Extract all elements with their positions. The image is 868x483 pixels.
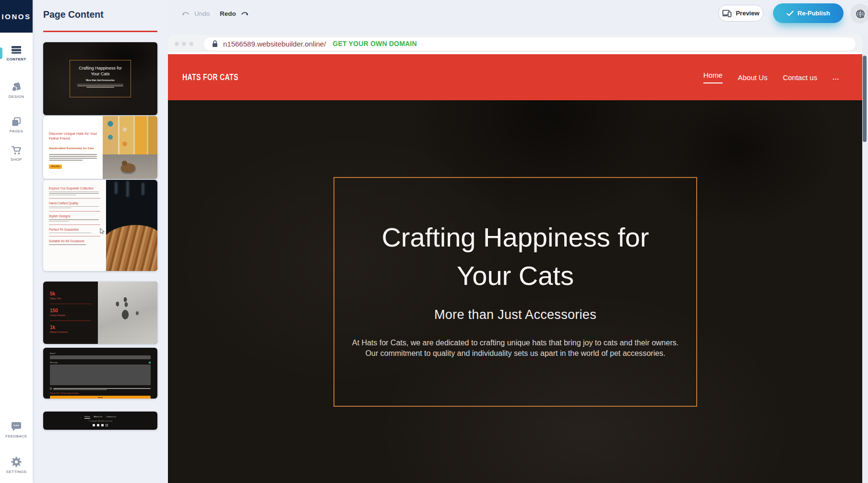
site-canvas: HATS FOR CATS Home About Us Contact us .… bbox=[168, 52, 862, 483]
thumb-hero-title: Crafting Happiness for Your Cats bbox=[70, 65, 131, 77]
thumb-hero-section[interactable]: Crafting Happiness for Your Cats More th… bbox=[43, 42, 157, 115]
sidebar-item-label: PAGES bbox=[0, 129, 33, 133]
sidebar-item-label: SETTINGS bbox=[0, 470, 33, 474]
text-line-placeholder bbox=[49, 154, 97, 161]
shop-icon bbox=[0, 144, 33, 156]
hero-subtitle: More than Just Accessories bbox=[334, 307, 696, 322]
republish-button[interactable]: Re-Publish bbox=[773, 3, 844, 23]
globe-icon bbox=[855, 9, 866, 19]
redo-button[interactable]: Redo bbox=[220, 7, 250, 20]
stat-label: Repeat Customers bbox=[50, 331, 91, 333]
settings-icon bbox=[0, 456, 33, 468]
nav-more-ellipsis[interactable]: ... bbox=[832, 74, 839, 81]
text-line-placeholder bbox=[53, 388, 151, 390]
devices-icon bbox=[722, 10, 732, 17]
footer-copyright: © Copyright. All rights reserved. bbox=[88, 420, 113, 422]
thumb-shop-now-button: Shop Now bbox=[49, 165, 62, 169]
language-globe-button[interactable] bbox=[850, 4, 868, 24]
browser-chrome-bar: n1566589.websitebuilder.online/ GET YOUR… bbox=[168, 35, 862, 52]
site-nav: Home About Us Contact us ... bbox=[703, 71, 839, 83]
thumb-features-section[interactable]: Explore Our Exquisite Collection Hand-Cr… bbox=[43, 180, 157, 271]
sidebar-item-label: DESIGN bbox=[0, 94, 33, 99]
app-sidebar: IONOS CONTENT DESIGN PAGES SHOP bbox=[0, 0, 33, 483]
undo-label: Undo bbox=[194, 10, 210, 17]
stat-label: Unique Designs bbox=[50, 314, 91, 317]
sidebar-item-label: SHOP bbox=[0, 157, 33, 162]
form-consent-checkbox bbox=[50, 388, 52, 389]
hero-body-text: At Hats for Cats, we are dedicated to cr… bbox=[350, 338, 681, 359]
stat-value: 150 bbox=[50, 308, 91, 313]
thumb-paw-print-photo bbox=[98, 282, 157, 344]
site-header[interactable]: HATS FOR CATS Home About Us Contact us .… bbox=[168, 54, 862, 100]
thumb-street-cat-photo bbox=[103, 116, 157, 179]
form-attachment-icon bbox=[149, 362, 151, 364]
text-line-placeholder bbox=[49, 244, 99, 245]
redo-label: Redo bbox=[220, 10, 236, 17]
text-line-placeholder bbox=[77, 84, 123, 88]
social-icon bbox=[106, 424, 108, 426]
preview-button[interactable]: Preview bbox=[718, 5, 763, 22]
text-line-placeholder bbox=[49, 219, 99, 222]
stat-value: 1k bbox=[50, 325, 91, 330]
hero-section[interactable]: Crafting Happiness for Your Cats More th… bbox=[333, 177, 697, 407]
text-line-placeholder bbox=[49, 191, 99, 195]
sidebar-item-design[interactable]: DESIGN bbox=[0, 82, 33, 99]
sidebar-item-label: FEEDBACK bbox=[0, 434, 33, 438]
content-icon bbox=[0, 44, 33, 56]
stat-value: 5k bbox=[50, 291, 91, 296]
thumb-stats-list: 5k Happy Cats 150 Unique Designs 1k Repe… bbox=[43, 282, 98, 344]
cat-photo-silhouette bbox=[121, 163, 135, 172]
thumb-hero-frame: Crafting Happiness for Your Cats More th… bbox=[70, 60, 131, 97]
form-message-textarea bbox=[50, 365, 151, 385]
sidebar-item-settings[interactable]: SETTINGS bbox=[0, 456, 33, 474]
republish-label: Re-Publish bbox=[797, 10, 830, 17]
ionos-logo: IONOS bbox=[0, 0, 33, 33]
panel-title-underline bbox=[43, 31, 157, 32]
feature-title: Hand-Crafted Quality bbox=[49, 201, 100, 205]
thumb-intro-section[interactable]: Discover Unique Hats for Your Feline Fri… bbox=[43, 116, 157, 179]
lock-icon bbox=[212, 40, 218, 47]
site-url: n1566589.websitebuilder.online/ bbox=[223, 40, 326, 48]
thumb-contact-form-section[interactable]: Name* Message Please fill in all the req… bbox=[43, 348, 157, 399]
site-preview-card: n1566589.websitebuilder.online/ GET YOUR… bbox=[168, 35, 862, 483]
page-content-panel: Page Content Crafting Happiness for Your… bbox=[33, 0, 168, 483]
thumb-intro-text: Discover Unique Hats for Your Feline Fri… bbox=[43, 116, 103, 179]
editor-toolbar: Undo Redo Preview Re-Publish bbox=[168, 0, 868, 35]
feature-title: Suitable for All Occasions bbox=[49, 239, 100, 243]
feature-title: Explore Our Exquisite Collection bbox=[49, 187, 100, 190]
form-required-notice: Please fill in all the required fields bbox=[50, 392, 151, 394]
address-bar[interactable]: n1566589.websitebuilder.online/ GET YOUR… bbox=[204, 37, 856, 50]
sidebar-item-feedback[interactable]: FEEDBACK bbox=[0, 420, 33, 438]
redo-icon bbox=[240, 10, 250, 17]
preview-scrollbar-thumb[interactable] bbox=[863, 56, 867, 142]
text-line-placeholder bbox=[49, 206, 99, 209]
cat-fur bbox=[106, 225, 157, 271]
nav-contact[interactable]: Contact us bbox=[783, 73, 817, 82]
footer-social-icons bbox=[93, 424, 108, 426]
get-domain-link[interactable]: GET YOUR OWN DOMAIN bbox=[333, 40, 416, 47]
undo-button[interactable]: Undo bbox=[181, 7, 210, 20]
hero-title: Crafting Happiness for Your Cats bbox=[334, 218, 696, 295]
thumb-footer-section[interactable]: Home About Us Contact us © Copyright. Al… bbox=[43, 412, 157, 430]
thumb-stats-section[interactable]: 5k Happy Cats 150 Unique Designs 1k Repe… bbox=[43, 282, 157, 344]
text-line-placeholder bbox=[49, 233, 99, 233]
sidebar-item-content[interactable]: CONTENT bbox=[0, 44, 33, 61]
design-icon bbox=[0, 82, 33, 93]
sidebar-item-label: CONTENT bbox=[0, 57, 33, 61]
footer-links: Home About Us Contact us bbox=[84, 415, 116, 419]
thumb-features-list: Explore Our Exquisite Collection Hand-Cr… bbox=[43, 180, 106, 271]
panel-title: Page Content bbox=[43, 9, 104, 20]
check-icon bbox=[786, 11, 794, 16]
form-name-input bbox=[50, 355, 151, 359]
section-thumbnail-list: Crafting Happiness for Your Cats More th… bbox=[43, 42, 157, 430]
social-icon bbox=[101, 424, 104, 426]
undo-icon bbox=[181, 10, 190, 17]
sidebar-item-pages[interactable]: PAGES bbox=[0, 116, 33, 133]
food-posters bbox=[103, 116, 157, 154]
feature-title: Stylish Designs bbox=[49, 214, 100, 218]
sidebar-item-shop[interactable]: SHOP bbox=[0, 144, 33, 162]
pages-icon bbox=[0, 116, 33, 128]
nav-home[interactable]: Home bbox=[703, 71, 723, 83]
nav-about[interactable]: About Us bbox=[738, 73, 768, 82]
form-send-button: Send bbox=[50, 396, 151, 399]
